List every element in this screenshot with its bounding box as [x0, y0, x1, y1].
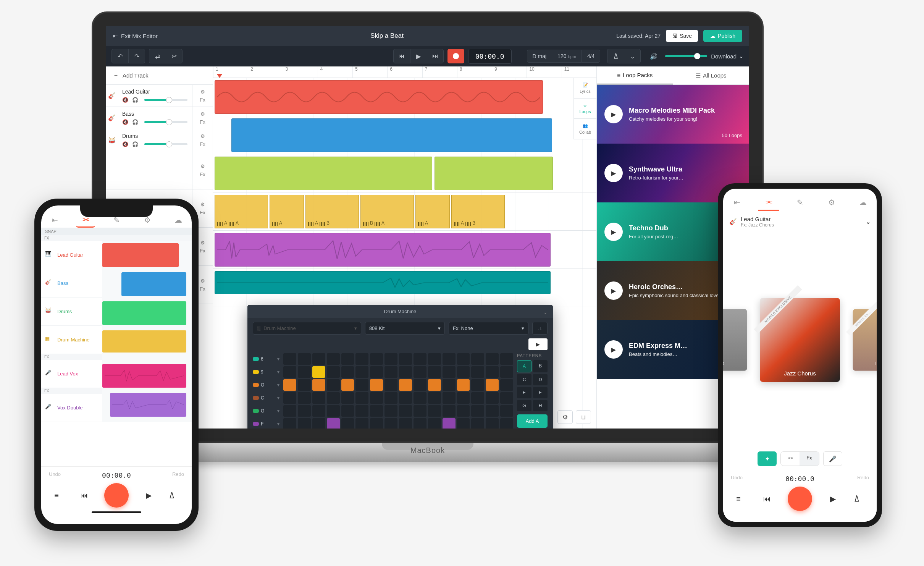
- publish-button[interactable]: ☁ Publish: [703, 30, 742, 42]
- mob2-redo-button[interactable]: Redo: [857, 475, 869, 483]
- drum-cell[interactable]: [399, 418, 412, 429]
- gear-icon[interactable]: ⚙: [200, 133, 205, 139]
- drum-cell[interactable]: [355, 379, 368, 391]
- drum-cell[interactable]: [312, 405, 325, 417]
- mob-clip[interactable]: [102, 243, 179, 267]
- track-header-collapsed[interactable]: ⚙Fx: [106, 151, 213, 189]
- drum-cell[interactable]: [443, 379, 456, 391]
- mob-exit-button[interactable]: ⇤: [45, 212, 64, 228]
- drum-cell[interactable]: [355, 392, 368, 404]
- skip-forward-button[interactable]: ⏭: [427, 49, 444, 63]
- track-header[interactable]: 🎸 Bass 🔇 🎧 ⚙ Fx: [106, 107, 213, 129]
- drum-kit-dropdown[interactable]: 808 Kit ▾: [365, 322, 445, 335]
- drum-cell[interactable]: [443, 418, 456, 429]
- drum-cell[interactable]: [341, 392, 354, 404]
- drum-cell[interactable]: [471, 366, 484, 378]
- drum-cell[interactable]: [298, 405, 311, 417]
- playhead-marker-icon[interactable]: [217, 74, 222, 78]
- clip-bass[interactable]: [231, 118, 552, 152]
- key-selector[interactable]: D maj: [527, 50, 552, 63]
- mob2-cloud-tab[interactable]: ☁: [852, 194, 874, 211]
- sidetab-loops[interactable]: ∞Loops: [574, 99, 596, 119]
- loop-pack-card[interactable]: ▶ Macro Melodies MIDI Pack Catchy melodi…: [597, 85, 749, 144]
- chevron-down-icon[interactable]: ⌄: [866, 218, 871, 225]
- mob2-play-button[interactable]: ▶: [825, 494, 841, 503]
- drum-cell[interactable]: [428, 418, 441, 429]
- drum-pattern-clip[interactable]: A: [415, 195, 450, 228]
- drum-cell[interactable]: [355, 353, 368, 365]
- mob-cloud-tab[interactable]: ☁: [169, 212, 188, 228]
- drum-pattern-clip[interactable]: A: [270, 195, 304, 228]
- loop-play-button[interactable]: ▶: [604, 223, 623, 241]
- drum-cell[interactable]: [298, 353, 311, 365]
- drum-cell[interactable]: [471, 379, 484, 391]
- drum-cell[interactable]: [471, 418, 484, 429]
- drum-cell[interactable]: [399, 405, 412, 417]
- drum-cell[interactable]: [341, 353, 354, 365]
- sidetab-collab[interactable]: 👥Collab: [574, 119, 596, 139]
- save-button[interactable]: 🖫 Save: [666, 30, 698, 42]
- pattern-slot[interactable]: D: [533, 374, 548, 385]
- drum-cell[interactable]: [327, 379, 340, 391]
- gear-icon[interactable]: ⚙: [200, 163, 205, 169]
- pattern-slot[interactable]: A: [517, 360, 531, 372]
- drum-cell[interactable]: [457, 366, 470, 378]
- drum-cell[interactable]: [384, 392, 397, 404]
- drum-cell[interactable]: [370, 392, 383, 404]
- drum-machine-dropdown[interactable]: ▒ Drum Machine ▾: [253, 322, 361, 335]
- track-volume-slider[interactable]: [144, 143, 187, 145]
- mob-play-button[interactable]: ▶: [141, 491, 157, 500]
- fx-label[interactable]: Fx: [200, 171, 205, 177]
- drum-row-label[interactable]: G▾: [253, 405, 279, 417]
- pattern-slot[interactable]: C: [517, 374, 531, 385]
- drum-cell[interactable]: [370, 353, 383, 365]
- exit-editor-link[interactable]: ⇤ Exit Mix Editor: [113, 32, 158, 39]
- sidetab-lyrics[interactable]: 📝Lyrics: [574, 78, 596, 99]
- metronome-dropdown[interactable]: ⌄: [624, 49, 641, 63]
- mobile-clips-area[interactable]: [102, 241, 192, 422]
- gear-icon[interactable]: ⚙: [200, 111, 205, 117]
- clip-drums-2[interactable]: [435, 157, 553, 190]
- drum-cell[interactable]: [327, 405, 340, 417]
- drum-cell[interactable]: [384, 366, 397, 378]
- drum-cell[interactable]: [457, 353, 470, 365]
- drum-cell[interactable]: [370, 405, 383, 417]
- drum-cell[interactable]: [312, 353, 325, 365]
- drum-cell[interactable]: [298, 418, 311, 429]
- mob2-edit-tab[interactable]: ✎: [789, 194, 811, 211]
- mob-clip[interactable]: [102, 364, 186, 388]
- drum-pattern-clip[interactable]: A A: [215, 195, 268, 228]
- drum-cell[interactable]: [312, 392, 325, 404]
- pattern-slot[interactable]: H: [533, 400, 548, 411]
- drum-cell[interactable]: [384, 418, 397, 429]
- timesig-selector[interactable]: 4/4: [582, 50, 600, 63]
- mob2-wave-tab[interactable]: ⫘: [758, 194, 779, 211]
- drum-cell[interactable]: [327, 366, 340, 378]
- mob-metronome-button[interactable]: [169, 492, 184, 499]
- drum-cell[interactable]: [283, 353, 296, 365]
- fx-card-current[interactable]: MOBILE EXCLUSIVE Jazz Chorus: [760, 298, 840, 382]
- drum-cell[interactable]: [457, 392, 470, 404]
- pattern-slot[interactable]: G: [517, 400, 531, 411]
- drum-cell[interactable]: [486, 418, 499, 429]
- tab-loop-packs[interactable]: ≡Loop Packs: [597, 66, 673, 84]
- add-pattern-button[interactable]: Add A: [517, 414, 548, 428]
- drum-cell[interactable]: [443, 392, 456, 404]
- drum-cell[interactable]: [283, 392, 296, 404]
- drum-row-label[interactable]: 6▾: [253, 353, 279, 365]
- track-volume-slider[interactable]: [144, 121, 187, 123]
- mobile-track-label[interactable]: 🎹 Lead Guitar: [41, 241, 102, 269]
- clip-synth[interactable]: [215, 271, 551, 294]
- settings-util-button[interactable]: ⚙: [557, 410, 573, 424]
- magnet-util-button[interactable]: ⊔: [576, 410, 591, 424]
- mobile-track-label[interactable]: ▦ Drum Machine: [41, 326, 102, 354]
- seg-wave[interactable]: ⫘: [781, 452, 800, 466]
- mob-record-button[interactable]: [104, 483, 129, 508]
- mob2-undo-button[interactable]: Undo: [731, 475, 743, 483]
- loop-play-button[interactable]: ▶: [604, 164, 623, 182]
- drum-cell[interactable]: [457, 405, 470, 417]
- mobile-track-label[interactable]: 🎸 Bass: [41, 269, 102, 298]
- mob-clip[interactable]: [102, 301, 186, 325]
- track-volume-slider[interactable]: [144, 99, 187, 101]
- drum-cell[interactable]: [283, 379, 296, 391]
